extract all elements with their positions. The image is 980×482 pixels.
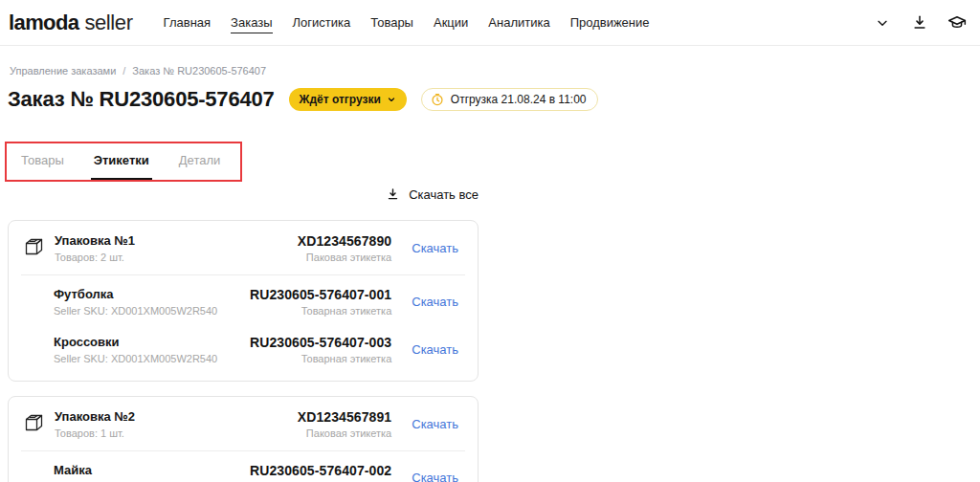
item-label-block: RU230605-576407-001 Товарная этикетка Ск… xyxy=(250,287,458,317)
download-all-label: Скачать все xyxy=(409,187,479,202)
order-status-badge[interactable]: Ждёт отгрузки xyxy=(289,88,407,111)
item-info: Кроссовки Seller SKU: XD001XM005W2R540 xyxy=(54,335,217,364)
package-label-block: XD1234567891 Паковая этикетка Скачать xyxy=(298,409,458,439)
item-info: Футболка Seller SKU: XD001XM005W2R540 xyxy=(54,287,217,317)
package-name: Упаковка №1 xyxy=(55,233,135,248)
package-header-row: Упаковка №1 Товаров: 2 шт. XD1234567890 … xyxy=(9,221,478,274)
shipment-time-badge: Отгрузка 21.08.24 в 11:00 xyxy=(421,88,598,111)
label-code-block: XD1234567890 Паковая этикетка xyxy=(298,233,392,263)
package-items: Майка Seller SKU: XD001XM005W2R000 RU230… xyxy=(9,451,478,482)
download-item-label-link[interactable]: Скачать xyxy=(412,342,458,357)
chevron-down-icon xyxy=(387,95,396,104)
label-type: Товарная этикетка xyxy=(250,353,391,364)
shipment-badge-label: Отгрузка 21.08.24 в 11:00 xyxy=(451,93,587,106)
tab-details[interactable]: Детали xyxy=(176,153,224,180)
breadcrumb: Управление заказами / Заказ № RU230605-5… xyxy=(10,65,266,77)
tabs-annotation-highlight: Товары Этикетки Детали xyxy=(5,142,242,182)
nav-item-promotion[interactable]: Продвижение xyxy=(570,11,650,33)
title-row: Заказ № RU230605-576407 Ждёт отгрузки От… xyxy=(8,87,598,112)
package-label-block: XD1234567890 Паковая этикетка Скачать xyxy=(298,233,458,263)
download-item-label-link[interactable]: Скачать xyxy=(412,471,458,482)
nav-item-logistics[interactable]: Логистика xyxy=(293,11,351,33)
item-label-block: RU230605-576407-003 Товарная этикетка Ск… xyxy=(250,335,458,364)
main-nav: Главная Заказы Логистика Товары Акции Ан… xyxy=(164,11,650,33)
label-type: Паковая этикетка xyxy=(298,252,392,263)
tab-labels[interactable]: Этикетки xyxy=(91,153,152,180)
header-actions xyxy=(873,13,967,33)
item-name: Кроссовки xyxy=(54,335,217,349)
clock-icon xyxy=(431,93,444,106)
chevron-down-icon[interactable] xyxy=(873,13,892,33)
label-type: Товарная этикетка xyxy=(250,305,391,317)
download-icon xyxy=(386,187,400,202)
breadcrumb-separator: / xyxy=(122,65,125,77)
order-tabs: Товары Этикетки Детали xyxy=(18,153,223,180)
download-all-row: Скачать все xyxy=(8,187,479,202)
logo-secondary: seller xyxy=(84,11,132,35)
label-code: XD1234567890 xyxy=(298,233,392,249)
nav-item-orders[interactable]: Заказы xyxy=(231,11,272,33)
nav-item-products[interactable]: Товары xyxy=(370,11,413,33)
breadcrumb-current-order: Заказ № RU230605-576407 xyxy=(132,65,266,77)
label-code: RU230605-576407-001 xyxy=(250,287,391,302)
item-row: Футболка Seller SKU: XD001XM005W2R540 RU… xyxy=(54,278,458,326)
package-name: Упаковка №2 xyxy=(55,409,135,424)
package-info: Упаковка №1 Товаров: 2 шт. xyxy=(55,233,135,263)
download-icon[interactable] xyxy=(910,13,929,33)
item-row: Кроссовки Seller SKU: XD001XM005W2R540 R… xyxy=(54,326,458,374)
label-code-block: XD1234567891 Паковая этикетка xyxy=(298,409,392,439)
label-code: RU230605-576407-002 xyxy=(250,463,391,478)
download-package-label-link[interactable]: Скачать xyxy=(412,241,458,255)
package-items-count: Товаров: 2 шт. xyxy=(55,252,135,263)
tab-products[interactable]: Товары xyxy=(18,153,67,180)
package-info: Упаковка №2 Товаров: 1 шт. xyxy=(55,409,135,439)
nav-item-actions[interactable]: Акции xyxy=(434,11,468,33)
label-code: RU230605-576407-003 xyxy=(250,335,391,350)
item-name: Футболка xyxy=(54,287,217,301)
package-items-count: Товаров: 1 шт. xyxy=(55,427,135,439)
nav-item-analytics[interactable]: Аналитика xyxy=(488,11,549,33)
item-sku: Seller SKU: XD001XM005W2R540 xyxy=(54,353,217,364)
page-title: Заказ № RU230605-576407 xyxy=(8,87,275,112)
top-header: lamoda seller Главная Заказы Логистика Т… xyxy=(0,0,980,46)
item-label-block: RU230605-576407-002 Товарная этикетка Ск… xyxy=(250,463,458,482)
labels-list: Упаковка №1 Товаров: 2 шт. XD1234567890 … xyxy=(8,220,479,482)
package-box-icon xyxy=(22,234,47,259)
item-sku: Seller SKU: XD001XM005W2R540 xyxy=(54,305,217,317)
download-all-button[interactable]: Скачать все xyxy=(386,187,479,202)
package-card-2: Упаковка №2 Товаров: 1 шт. XD1234567891 … xyxy=(8,396,479,482)
package-box-icon xyxy=(22,410,47,435)
label-code-block: RU230605-576407-001 Товарная этикетка xyxy=(250,287,391,317)
label-type: Паковая этикетка xyxy=(298,427,392,439)
item-info: Майка Seller SKU: XD001XM005W2R000 xyxy=(54,463,217,482)
package-items: Футболка Seller SKU: XD001XM005W2R540 RU… xyxy=(9,275,478,381)
package-card-1: Упаковка №1 Товаров: 2 шт. XD1234567890 … xyxy=(8,220,479,382)
label-code: XD1234567891 xyxy=(298,409,392,425)
download-item-label-link[interactable]: Скачать xyxy=(412,295,458,309)
breadcrumb-orders-management[interactable]: Управление заказами xyxy=(10,65,116,77)
status-badge-label: Ждёт отгрузки xyxy=(300,93,381,106)
logo-primary: lamoda xyxy=(9,11,78,35)
nav-item-main[interactable]: Главная xyxy=(164,11,211,33)
package-header-row: Упаковка №2 Товаров: 1 шт. XD1234567891 … xyxy=(9,397,478,450)
label-code-block: RU230605-576407-002 Товарная этикетка xyxy=(250,463,391,482)
item-row: Майка Seller SKU: XD001XM005W2R000 RU230… xyxy=(54,454,458,482)
item-name: Майка xyxy=(54,463,217,477)
graduation-cap-icon[interactable] xyxy=(947,13,967,33)
label-code-block: RU230605-576407-003 Товарная этикетка xyxy=(250,335,391,364)
download-package-label-link[interactable]: Скачать xyxy=(412,417,458,431)
lamoda-seller-logo[interactable]: lamoda seller xyxy=(9,11,133,35)
